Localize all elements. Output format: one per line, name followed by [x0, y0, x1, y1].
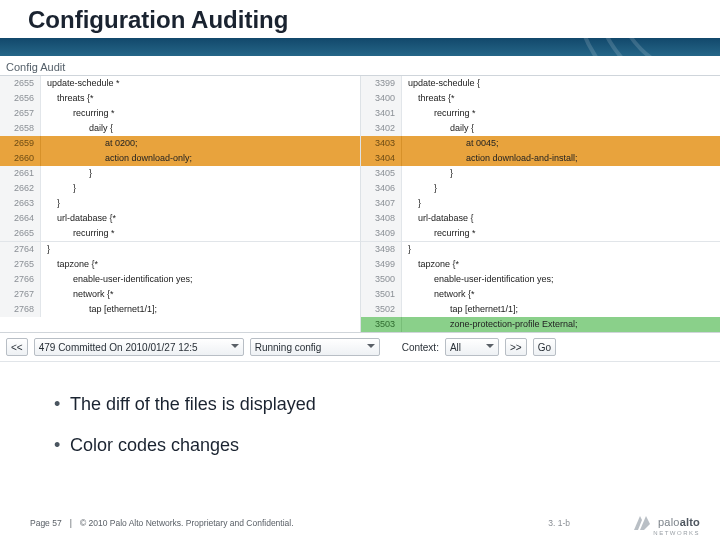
decorative-rings: [480, 0, 720, 56]
line-number: 2662: [0, 181, 41, 196]
slide-footer: Page 57 | © 2010 Palo Alto Networks. Pro…: [30, 518, 700, 528]
line-number: 3399: [361, 76, 402, 91]
diff-row: 3404action download-and-install;: [361, 151, 720, 166]
code-text: recurring *: [41, 226, 360, 241]
line-number: 2660: [0, 151, 41, 166]
diff-row: 3402daily {: [361, 121, 720, 136]
line-number: 3503: [361, 317, 402, 332]
diff-row: 2655update-schedule *: [0, 76, 360, 91]
paloalto-logo: paloalto NETWORKS: [628, 510, 700, 534]
line-number: 2665: [0, 226, 41, 241]
version-label: 3. 1-b: [548, 518, 570, 528]
code-text: at 0045;: [402, 136, 720, 151]
diff-row: 3408url-database {: [361, 211, 720, 226]
diff-row: 3399update-schedule {: [361, 76, 720, 91]
line-number: 3403: [361, 136, 402, 151]
line-number: 2766: [0, 272, 41, 287]
footer-separator: |: [70, 518, 72, 528]
diff-row: 3500enable-user-identification yes;: [361, 272, 720, 287]
diff-row: 2663}: [0, 196, 360, 211]
line-number: 3499: [361, 257, 402, 272]
context-label: Context:: [402, 342, 439, 353]
line-number: 3409: [361, 226, 402, 241]
line-number: 3401: [361, 106, 402, 121]
go-button[interactable]: Go: [533, 338, 556, 356]
line-number: 3498: [361, 242, 402, 257]
code-text: at 0200;: [41, 136, 360, 151]
line-number: 2658: [0, 121, 41, 136]
diff-row: 3403at 0045;: [361, 136, 720, 151]
diff-row: 3401recurring *: [361, 106, 720, 121]
context-select[interactable]: All: [445, 338, 499, 356]
svg-marker-1: [640, 516, 650, 530]
bullet-list: The diff of the files is displayed Color…: [30, 384, 720, 466]
prev-button[interactable]: <<: [6, 338, 28, 356]
diff-row: 3503zone-protection-profile External;: [361, 317, 720, 332]
line-number: 2664: [0, 211, 41, 226]
bullet-item: The diff of the files is displayed: [70, 384, 720, 425]
line-number: 2659: [0, 136, 41, 151]
diff-row: 3501network {*: [361, 287, 720, 302]
line-number: 3407: [361, 196, 402, 211]
code-text: enable-user-identification yes;: [41, 272, 360, 287]
code-text: tapzone {*: [402, 257, 720, 272]
line-number: 2768: [0, 302, 41, 317]
diff-row: 3502tap [ethernet1/1];: [361, 302, 720, 317]
code-text: url-database {*: [41, 211, 360, 226]
page-number: Page 57: [30, 518, 62, 528]
line-number: 2661: [0, 166, 41, 181]
code-text: tapzone {*: [41, 257, 360, 272]
diff-pane-right: 3399update-schedule {3400threats {*3401r…: [360, 76, 720, 332]
code-text: network {*: [41, 287, 360, 302]
code-text: update-schedule {: [402, 76, 720, 91]
line-number: 3502: [361, 302, 402, 317]
right-version-select[interactable]: Running config: [250, 338, 380, 356]
code-text: tap [ethernet1/1];: [402, 302, 720, 317]
diff-area: 2655update-schedule *2656threats {*2657r…: [0, 76, 720, 333]
line-number: 2765: [0, 257, 41, 272]
code-text: url-database {: [402, 211, 720, 226]
line-number: 2656: [0, 91, 41, 106]
diff-row: 3406}: [361, 181, 720, 196]
logo-mark-icon: [628, 510, 652, 534]
page-title: Configuration Auditing: [28, 6, 288, 34]
diff-row: 2766enable-user-identification yes;: [0, 272, 360, 287]
line-number: 2655: [0, 76, 41, 91]
code-text: }: [41, 242, 360, 257]
code-text: recurring *: [41, 106, 360, 121]
code-text: action download-only;: [41, 151, 360, 166]
diff-row: 3409recurring *: [361, 226, 720, 241]
code-text: enable-user-identification yes;: [402, 272, 720, 287]
diff-row: 2658daily {: [0, 121, 360, 136]
left-version-select[interactable]: 479 Committed On 2010/01/27 12:5: [34, 338, 244, 356]
next-button[interactable]: >>: [505, 338, 527, 356]
line-number: 3408: [361, 211, 402, 226]
diff-row: 3400threats {*: [361, 91, 720, 106]
diff-row: 2764}: [0, 242, 360, 257]
line-number: 2663: [0, 196, 41, 211]
line-number: 2767: [0, 287, 41, 302]
code-text: recurring *: [402, 106, 720, 121]
line-number: 3500: [361, 272, 402, 287]
diff-row: 3498}: [361, 242, 720, 257]
panel-label: Config Audit: [0, 56, 720, 76]
line-number: 3402: [361, 121, 402, 136]
logo-text-light: palo: [658, 516, 680, 528]
line-number: 2657: [0, 106, 41, 121]
svg-marker-0: [634, 516, 642, 530]
diff-row: 2656threats {*: [0, 91, 360, 106]
code-text: }: [41, 181, 360, 196]
diff-row: 2661}: [0, 166, 360, 181]
logo-text: paloalto: [658, 516, 700, 528]
line-number: 3400: [361, 91, 402, 106]
copyright: © 2010 Palo Alto Networks. Proprietary a…: [80, 518, 294, 528]
logo-subtext: NETWORKS: [653, 530, 700, 536]
line-number: 3501: [361, 287, 402, 302]
diff-toolbar: << 479 Committed On 2010/01/27 12:5 Runn…: [0, 333, 720, 362]
diff-row: 2664url-database {*: [0, 211, 360, 226]
code-text: }: [41, 196, 360, 211]
line-number: 3405: [361, 166, 402, 181]
code-text: }: [41, 166, 360, 181]
code-text: network {*: [402, 287, 720, 302]
diff-row: 3499tapzone {*: [361, 257, 720, 272]
